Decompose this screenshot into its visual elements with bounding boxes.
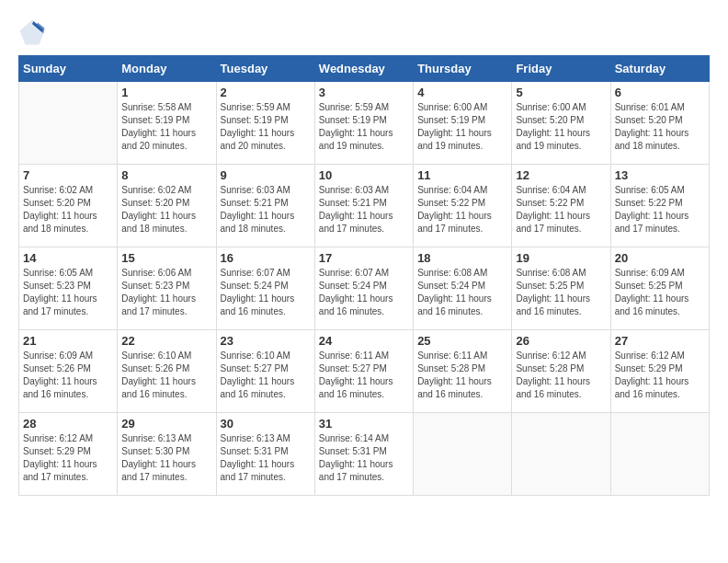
day-number: 18 bbox=[417, 251, 507, 265]
day-info: Sunrise: 6:02 AM Sunset: 5:20 PM Dayligh… bbox=[121, 184, 211, 236]
calendar-cell: 28Sunrise: 6:12 AM Sunset: 5:29 PM Dayli… bbox=[19, 413, 118, 496]
day-number: 15 bbox=[121, 251, 211, 265]
day-info: Sunrise: 6:08 AM Sunset: 5:24 PM Dayligh… bbox=[417, 267, 507, 318]
day-info: Sunrise: 6:06 AM Sunset: 5:23 PM Dayligh… bbox=[121, 267, 211, 318]
day-number: 9 bbox=[221, 168, 311, 182]
calendar-cell: 5Sunrise: 6:00 AM Sunset: 5:20 PM Daylig… bbox=[512, 82, 610, 165]
calendar-cell: 4Sunrise: 6:00 AM Sunset: 5:19 PM Daylig… bbox=[414, 82, 512, 165]
day-info: Sunrise: 5:59 AM Sunset: 5:19 PM Dayligh… bbox=[221, 101, 311, 153]
day-number: 12 bbox=[516, 168, 606, 182]
calendar-cell: 26Sunrise: 6:12 AM Sunset: 5:28 PM Dayli… bbox=[512, 330, 610, 413]
day-number: 8 bbox=[121, 168, 211, 182]
page-header bbox=[18, 18, 710, 46]
day-info: Sunrise: 6:03 AM Sunset: 5:21 PM Dayligh… bbox=[221, 184, 311, 236]
day-info: Sunrise: 6:10 AM Sunset: 5:26 PM Dayligh… bbox=[121, 350, 211, 401]
calendar-cell: 3Sunrise: 5:59 AM Sunset: 5:19 PM Daylig… bbox=[314, 82, 413, 165]
calendar-cell bbox=[19, 82, 118, 165]
weekday-header-monday: Monday bbox=[118, 56, 216, 82]
day-info: Sunrise: 6:05 AM Sunset: 5:22 PM Dayligh… bbox=[615, 184, 705, 236]
day-info: Sunrise: 6:01 AM Sunset: 5:20 PM Dayligh… bbox=[615, 101, 705, 153]
calendar-cell: 6Sunrise: 6:01 AM Sunset: 5:20 PM Daylig… bbox=[610, 82, 709, 165]
day-info: Sunrise: 6:03 AM Sunset: 5:21 PM Dayligh… bbox=[319, 184, 409, 236]
day-number: 1 bbox=[121, 86, 211, 99]
calendar-cell: 13Sunrise: 6:05 AM Sunset: 5:22 PM Dayli… bbox=[610, 165, 709, 247]
calendar-cell: 10Sunrise: 6:03 AM Sunset: 5:21 PM Dayli… bbox=[314, 165, 413, 247]
day-number: 24 bbox=[319, 334, 409, 348]
day-number: 14 bbox=[23, 251, 113, 265]
day-number: 19 bbox=[516, 251, 606, 265]
weekday-header-thursday: Thursday bbox=[414, 56, 512, 82]
calendar-week-row: 14Sunrise: 6:05 AM Sunset: 5:23 PM Dayli… bbox=[19, 247, 710, 330]
calendar-cell: 27Sunrise: 6:12 AM Sunset: 5:29 PM Dayli… bbox=[610, 330, 709, 413]
day-info: Sunrise: 5:58 AM Sunset: 5:19 PM Dayligh… bbox=[121, 101, 211, 153]
day-info: Sunrise: 6:08 AM Sunset: 5:25 PM Dayligh… bbox=[516, 267, 606, 318]
calendar-cell: 24Sunrise: 6:11 AM Sunset: 5:27 PM Dayli… bbox=[314, 330, 413, 413]
day-number: 17 bbox=[319, 251, 409, 265]
day-info: Sunrise: 6:14 AM Sunset: 5:31 PM Dayligh… bbox=[319, 432, 409, 484]
day-info: Sunrise: 6:12 AM Sunset: 5:29 PM Dayligh… bbox=[23, 432, 113, 484]
weekday-header-saturday: Saturday bbox=[610, 56, 709, 82]
day-number: 30 bbox=[221, 417, 311, 431]
svg-marker-0 bbox=[20, 20, 45, 45]
day-info: Sunrise: 5:59 AM Sunset: 5:19 PM Dayligh… bbox=[319, 101, 409, 153]
day-info: Sunrise: 6:11 AM Sunset: 5:27 PM Dayligh… bbox=[319, 350, 409, 401]
day-number: 6 bbox=[615, 86, 705, 99]
calendar-cell: 17Sunrise: 6:07 AM Sunset: 5:24 PM Dayli… bbox=[314, 247, 413, 330]
day-number: 13 bbox=[615, 168, 705, 182]
day-number: 5 bbox=[516, 86, 606, 99]
calendar-cell: 12Sunrise: 6:04 AM Sunset: 5:22 PM Dayli… bbox=[512, 165, 610, 247]
day-info: Sunrise: 6:00 AM Sunset: 5:20 PM Dayligh… bbox=[516, 101, 606, 153]
day-number: 28 bbox=[23, 417, 113, 431]
day-info: Sunrise: 6:04 AM Sunset: 5:22 PM Dayligh… bbox=[516, 184, 606, 236]
weekday-header-row: SundayMondayTuesdayWednesdayThursdayFrid… bbox=[19, 56, 710, 82]
day-info: Sunrise: 6:10 AM Sunset: 5:27 PM Dayligh… bbox=[221, 350, 311, 401]
day-number: 16 bbox=[221, 251, 311, 265]
calendar-cell: 20Sunrise: 6:09 AM Sunset: 5:25 PM Dayli… bbox=[610, 247, 709, 330]
calendar-cell: 1Sunrise: 5:58 AM Sunset: 5:19 PM Daylig… bbox=[118, 82, 216, 165]
logo bbox=[18, 18, 50, 46]
calendar-cell: 31Sunrise: 6:14 AM Sunset: 5:31 PM Dayli… bbox=[314, 413, 413, 496]
calendar-cell: 16Sunrise: 6:07 AM Sunset: 5:24 PM Dayli… bbox=[216, 247, 314, 330]
weekday-header-sunday: Sunday bbox=[19, 56, 118, 82]
day-number: 27 bbox=[615, 334, 705, 348]
calendar-table: SundayMondayTuesdayWednesdayThursdayFrid… bbox=[18, 55, 710, 496]
calendar-cell: 11Sunrise: 6:04 AM Sunset: 5:22 PM Dayli… bbox=[414, 165, 512, 247]
day-info: Sunrise: 6:07 AM Sunset: 5:24 PM Dayligh… bbox=[221, 267, 311, 318]
day-info: Sunrise: 6:12 AM Sunset: 5:29 PM Dayligh… bbox=[615, 350, 705, 401]
day-number: 23 bbox=[221, 334, 311, 348]
day-info: Sunrise: 6:00 AM Sunset: 5:19 PM Dayligh… bbox=[417, 101, 507, 153]
day-number: 7 bbox=[23, 168, 113, 182]
day-info: Sunrise: 6:05 AM Sunset: 5:23 PM Dayligh… bbox=[23, 267, 113, 318]
day-number: 20 bbox=[615, 251, 705, 265]
day-number: 11 bbox=[417, 168, 507, 182]
calendar-week-row: 28Sunrise: 6:12 AM Sunset: 5:29 PM Dayli… bbox=[19, 413, 710, 496]
day-info: Sunrise: 6:07 AM Sunset: 5:24 PM Dayligh… bbox=[319, 267, 409, 318]
day-number: 26 bbox=[516, 334, 606, 348]
calendar-cell: 9Sunrise: 6:03 AM Sunset: 5:21 PM Daylig… bbox=[216, 165, 314, 247]
calendar-week-row: 21Sunrise: 6:09 AM Sunset: 5:26 PM Dayli… bbox=[19, 330, 710, 413]
weekday-header-friday: Friday bbox=[512, 56, 610, 82]
weekday-header-wednesday: Wednesday bbox=[314, 56, 413, 82]
day-info: Sunrise: 6:09 AM Sunset: 5:26 PM Dayligh… bbox=[23, 350, 113, 401]
day-number: 25 bbox=[417, 334, 507, 348]
weekday-header-tuesday: Tuesday bbox=[216, 56, 314, 82]
calendar-cell: 7Sunrise: 6:02 AM Sunset: 5:20 PM Daylig… bbox=[19, 165, 118, 247]
day-number: 22 bbox=[121, 334, 211, 348]
calendar-week-row: 1Sunrise: 5:58 AM Sunset: 5:19 PM Daylig… bbox=[19, 82, 710, 165]
day-number: 2 bbox=[221, 86, 311, 99]
calendar-week-row: 7Sunrise: 6:02 AM Sunset: 5:20 PM Daylig… bbox=[19, 165, 710, 247]
day-number: 29 bbox=[121, 417, 211, 431]
day-info: Sunrise: 6:13 AM Sunset: 5:30 PM Dayligh… bbox=[121, 432, 211, 484]
day-info: Sunrise: 6:12 AM Sunset: 5:28 PM Dayligh… bbox=[516, 350, 606, 401]
calendar-cell: 23Sunrise: 6:10 AM Sunset: 5:27 PM Dayli… bbox=[216, 330, 314, 413]
day-info: Sunrise: 6:13 AM Sunset: 5:31 PM Dayligh… bbox=[221, 432, 311, 484]
day-info: Sunrise: 6:11 AM Sunset: 5:28 PM Dayligh… bbox=[417, 350, 507, 401]
day-info: Sunrise: 6:04 AM Sunset: 5:22 PM Dayligh… bbox=[417, 184, 507, 236]
calendar-cell: 14Sunrise: 6:05 AM Sunset: 5:23 PM Dayli… bbox=[19, 247, 118, 330]
calendar-cell: 30Sunrise: 6:13 AM Sunset: 5:31 PM Dayli… bbox=[216, 413, 314, 496]
day-number: 21 bbox=[23, 334, 113, 348]
day-number: 10 bbox=[319, 168, 409, 182]
calendar-cell: 21Sunrise: 6:09 AM Sunset: 5:26 PM Dayli… bbox=[19, 330, 118, 413]
calendar-cell: 19Sunrise: 6:08 AM Sunset: 5:25 PM Dayli… bbox=[512, 247, 610, 330]
calendar-cell bbox=[610, 413, 709, 496]
